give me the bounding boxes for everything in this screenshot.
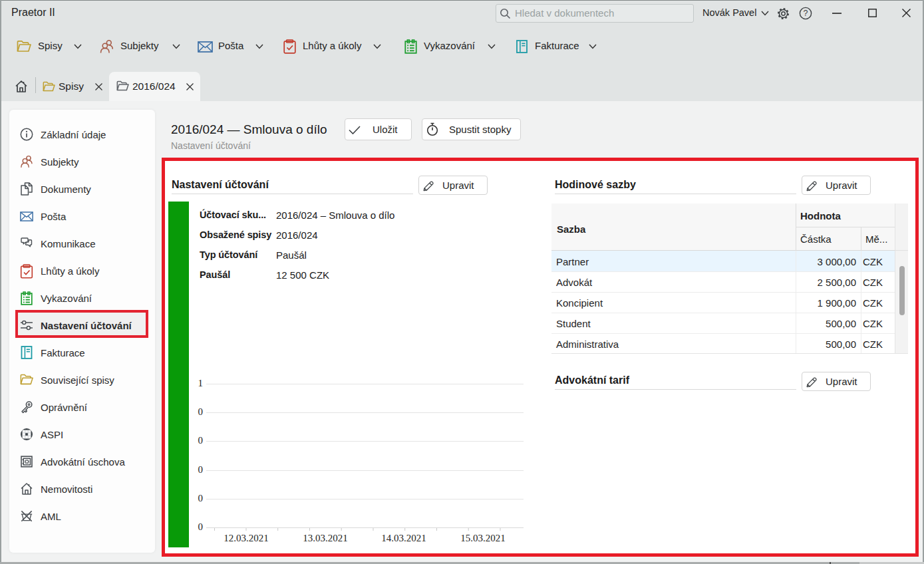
svg-text:?: ?: [804, 9, 808, 18]
